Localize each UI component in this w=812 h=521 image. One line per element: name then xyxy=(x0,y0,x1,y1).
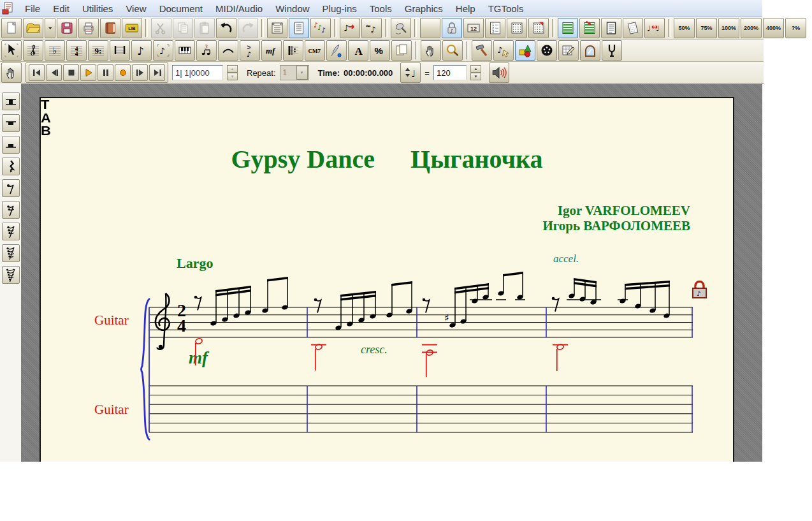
tilted-page-button[interactable] xyxy=(623,18,643,38)
zoom-50-button[interactable]: 50% xyxy=(674,18,695,38)
menu-graphics[interactable]: Graphics xyxy=(398,1,449,17)
go-to-end-button[interactable] xyxy=(149,64,165,81)
menu-plug-ins[interactable]: Plug-ins xyxy=(316,1,363,17)
measure-tool[interactable] xyxy=(110,40,130,61)
articulation-tool[interactable]: >♪ xyxy=(240,40,260,61)
blank-button[interactable] xyxy=(420,18,440,38)
spinner-up-icon[interactable]: ▲ xyxy=(227,65,238,73)
combo-arrow-icon[interactable]: ▼ xyxy=(296,66,308,80)
menu-edit[interactable]: Edit xyxy=(47,1,76,17)
speedy-entry-tool[interactable]: ♪ xyxy=(153,40,173,61)
graphics-tool[interactable] xyxy=(515,40,535,61)
zoom-custom-button[interactable]: ?% xyxy=(785,18,806,38)
score-page[interactable]: Gypsy DanceЦыганочка Igor VARFOLOMEEV Иг… xyxy=(40,97,734,462)
staff-tool[interactable] xyxy=(23,40,43,61)
lyrics-tool[interactable] xyxy=(326,40,347,61)
menu-utilities[interactable]: Utilities xyxy=(76,1,119,17)
stop-button[interactable] xyxy=(63,64,79,81)
launch-window-button[interactable] xyxy=(100,18,120,38)
sixteenth-rest-button[interactable] xyxy=(2,201,20,219)
library-button[interactable]: LIB xyxy=(122,18,142,38)
menu-file[interactable]: File xyxy=(18,1,47,17)
rewind-button[interactable] xyxy=(46,64,62,81)
zoom-400-button[interactable]: 400% xyxy=(763,18,784,38)
copy-button[interactable] xyxy=(173,18,193,38)
menu-tgtools[interactable]: TGTools xyxy=(482,1,530,17)
save-button[interactable] xyxy=(57,18,77,38)
note-spacing-button[interactable]: ♩♩ xyxy=(644,18,665,38)
print-button[interactable] xyxy=(78,18,99,38)
lock-icon[interactable]: ♪ xyxy=(692,281,707,302)
page-layout-tool[interactable] xyxy=(391,40,412,61)
midi-tool[interactable] xyxy=(537,40,557,61)
page-view-button[interactable] xyxy=(289,18,309,38)
measure-counter-field[interactable]: 1| 1|0000 xyxy=(172,65,223,80)
quarter-rest-button[interactable] xyxy=(2,158,20,175)
tuning-fork-tool[interactable] xyxy=(602,40,622,61)
spinner-up-icon[interactable]: ▲ xyxy=(470,65,481,73)
onetwentyeighth-rest-button[interactable] xyxy=(2,266,20,284)
mirror-tool[interactable] xyxy=(580,40,600,61)
sixtyfourth-rest-button[interactable] xyxy=(2,244,20,262)
zoom-75-button[interactable]: 75% xyxy=(696,18,717,38)
speaker-button[interactable] xyxy=(489,62,509,83)
human-playback-button[interactable]: ≈♪ xyxy=(361,18,382,38)
eighth-rest-button[interactable] xyxy=(2,179,20,197)
zoom-tool[interactable] xyxy=(442,40,463,61)
special-tools[interactable] xyxy=(472,40,492,61)
staff-list-button[interactable]: 123 xyxy=(485,18,505,38)
studio-view-button[interactable]: ♪♪♪ xyxy=(310,18,331,38)
undo-button[interactable] xyxy=(216,18,236,38)
note-mover-tool[interactable]: ♪ xyxy=(493,40,514,61)
staff-set-button[interactable] xyxy=(558,18,578,38)
selection-tool[interactable] xyxy=(1,40,22,61)
record-button[interactable] xyxy=(115,64,131,81)
tempo-note-button[interactable]: ♩ xyxy=(400,62,421,83)
menu-tools[interactable]: Tools xyxy=(363,1,398,17)
cut-button[interactable] xyxy=(151,18,171,38)
playback-settings-button[interactable]: ♪ xyxy=(340,18,360,38)
smart-hand-button[interactable] xyxy=(1,62,22,83)
counter-spinner[interactable]: ▲ ▼ xyxy=(227,65,238,80)
go-to-start-button[interactable] xyxy=(29,64,45,81)
tempo-field[interactable]: 120 xyxy=(433,65,467,80)
new-document-button[interactable] xyxy=(1,18,22,38)
ossia-tool[interactable]: % xyxy=(370,40,390,61)
repeat-combobox[interactable]: 1 ▼ xyxy=(280,65,309,80)
half-rest-button[interactable] xyxy=(2,136,20,154)
menu-view[interactable]: View xyxy=(119,1,152,17)
spinner-down-icon[interactable]: ▼ xyxy=(227,73,238,80)
menu-midi-audio[interactable]: MIDI/Audio xyxy=(209,1,269,17)
spinner-down-icon[interactable]: ▼ xyxy=(470,73,481,80)
whole-rest-button[interactable] xyxy=(2,114,20,132)
staff-set-arrow-button[interactable] xyxy=(579,18,600,38)
tempo-spinner[interactable]: ▲ ▼ xyxy=(470,65,481,80)
clef-tool[interactable]: 9: xyxy=(88,40,108,61)
mic-button[interactable] xyxy=(391,18,411,38)
open-dropdown[interactable] xyxy=(45,18,55,38)
simple-entry-tool[interactable]: ♪ xyxy=(131,40,152,61)
play-button[interactable] xyxy=(80,64,96,81)
hand-grabber-tool[interactable] xyxy=(421,40,441,61)
scroll-view-button[interactable] xyxy=(267,18,287,38)
zoom-100-button[interactable]: 100% xyxy=(718,18,739,38)
chord-tool[interactable]: CM7 xyxy=(305,40,325,61)
thirtysecond-rest-button[interactable] xyxy=(2,223,20,240)
open-button[interactable] xyxy=(23,18,43,38)
measure-numbers-button[interactable]: 12 xyxy=(463,18,484,38)
menu-document[interactable]: Document xyxy=(153,1,209,17)
forward-button[interactable] xyxy=(132,64,148,81)
menu-help[interactable]: Help xyxy=(449,1,482,17)
grid-button[interactable] xyxy=(507,18,527,38)
repeat-tool[interactable] xyxy=(283,40,303,61)
pause-button[interactable] xyxy=(98,64,113,81)
doc-lines-button[interactable] xyxy=(601,18,621,38)
grid-flag-button[interactable] xyxy=(528,18,549,38)
zoom-200-button[interactable]: 200% xyxy=(741,18,762,38)
expression-tool[interactable]: mf xyxy=(261,40,282,61)
redo-button[interactable] xyxy=(238,18,258,38)
text-tool[interactable]: A xyxy=(348,40,368,61)
paste-button[interactable] xyxy=(194,18,215,38)
key-signature-tool[interactable]: ♭ xyxy=(45,40,65,61)
tempo-tool[interactable] xyxy=(558,40,579,61)
